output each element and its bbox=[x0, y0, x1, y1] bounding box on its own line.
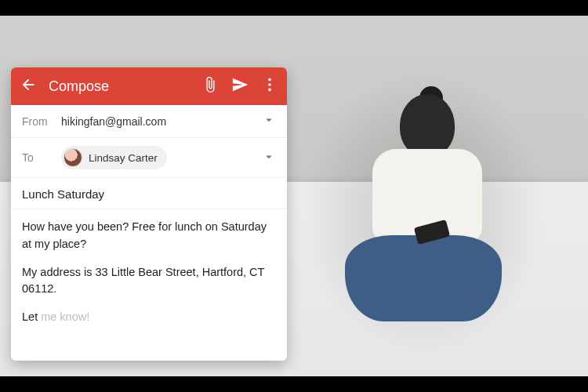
to-label: To bbox=[22, 151, 53, 164]
body-paragraph: How have you been? Free for lunch on Sat… bbox=[22, 219, 276, 253]
back-button[interactable] bbox=[19, 77, 38, 96]
recipient-name: Lindsay Carter bbox=[89, 152, 158, 164]
appbar-title: Compose bbox=[49, 78, 190, 95]
send-icon bbox=[231, 76, 249, 96]
recipient-chip[interactable]: Lindsay Carter bbox=[61, 146, 167, 169]
overflow-button[interactable] bbox=[260, 77, 279, 96]
svg-point-2 bbox=[268, 89, 271, 92]
svg-point-0 bbox=[268, 78, 271, 82]
svg-point-1 bbox=[268, 83, 271, 86]
from-value: hikingfan@gmail.com bbox=[61, 115, 254, 128]
typed-text: Let bbox=[22, 310, 41, 323]
to-expand[interactable] bbox=[262, 150, 276, 166]
chevron-down-icon bbox=[262, 117, 276, 129]
avatar bbox=[64, 148, 82, 167]
body-field[interactable]: How have you been? Free for lunch on Sat… bbox=[11, 209, 287, 347]
paperclip-icon bbox=[201, 76, 219, 96]
smart-compose-suggestion: me know! bbox=[41, 310, 89, 323]
app-bar: Compose bbox=[11, 67, 287, 105]
to-row[interactable]: To Lindsay Carter bbox=[11, 138, 287, 178]
body-paragraph: Let me know! bbox=[22, 309, 276, 326]
to-value: Lindsay Carter bbox=[61, 146, 254, 169]
person-illustration bbox=[329, 86, 502, 345]
from-expand[interactable] bbox=[262, 113, 276, 129]
chevron-down-icon bbox=[262, 154, 276, 166]
more-vert-icon bbox=[261, 76, 278, 96]
compose-card: Compose From hikingfan@gmail.com bbox=[11, 67, 287, 361]
subject-text: Lunch Saturday bbox=[22, 187, 104, 201]
attach-button[interactable] bbox=[201, 77, 220, 96]
from-row[interactable]: From hikingfan@gmail.com bbox=[11, 105, 287, 138]
arrow-left-icon bbox=[20, 76, 37, 96]
send-button[interactable] bbox=[230, 77, 249, 96]
subject-field[interactable]: Lunch Saturday bbox=[11, 178, 287, 209]
from-label: From bbox=[22, 115, 53, 128]
body-paragraph: My address is 33 Little Bear Street, Har… bbox=[22, 264, 276, 299]
